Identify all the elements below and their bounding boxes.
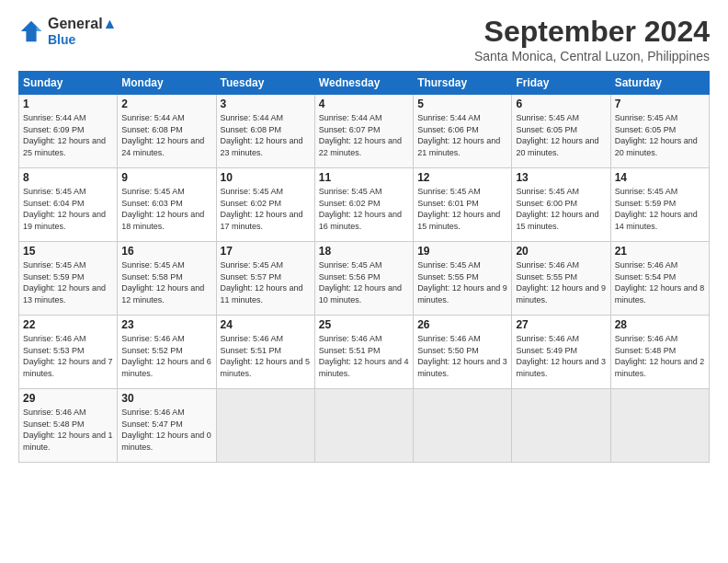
calendar-week-row: 29Sunrise: 5:46 AMSunset: 5:48 PMDayligh…: [19, 389, 710, 463]
calendar-cell: 8Sunrise: 5:45 AMSunset: 6:04 PMDaylight…: [19, 168, 118, 242]
svg-marker-1: [37, 26, 42, 31]
calendar-cell: [610, 389, 709, 463]
day-number: 10: [221, 171, 311, 184]
day-number: 11: [319, 171, 409, 184]
calendar-cell: 26Sunrise: 5:46 AMSunset: 5:50 PMDayligh…: [414, 316, 512, 389]
day-number: 22: [23, 318, 113, 331]
page: General▲ Blue September 2024 Santa Monic…: [0, 0, 728, 563]
calendar-cell: 12Sunrise: 5:45 AMSunset: 6:01 PMDayligh…: [414, 168, 512, 242]
calendar-cell: 14Sunrise: 5:45 AMSunset: 5:59 PMDayligh…: [610, 168, 709, 242]
day-info: Sunrise: 5:45 AMSunset: 5:56 PMDaylight:…: [319, 260, 402, 304]
day-info: Sunrise: 5:45 AMSunset: 5:57 PMDaylight:…: [221, 260, 303, 304]
day-info: Sunrise: 5:46 AMSunset: 5:51 PMDaylight:…: [221, 334, 311, 378]
day-number: 27: [516, 318, 606, 331]
calendar-cell: 25Sunrise: 5:46 AMSunset: 5:51 PMDayligh…: [314, 316, 413, 389]
day-number: 8: [23, 171, 113, 184]
day-info: Sunrise: 5:46 AMSunset: 5:50 PMDaylight:…: [417, 334, 507, 378]
day-info: Sunrise: 5:46 AMSunset: 5:48 PMDaylight:…: [23, 408, 113, 452]
day-number: 6: [516, 98, 606, 110]
day-info: Sunrise: 5:45 AMSunset: 6:03 PMDaylight:…: [121, 187, 204, 231]
calendar-cell: [216, 389, 314, 463]
calendar-cell: 7Sunrise: 5:45 AMSunset: 6:05 PMDaylight…: [610, 95, 709, 168]
calendar-week-row: 22Sunrise: 5:46 AMSunset: 5:53 PMDayligh…: [19, 316, 710, 389]
day-info: Sunrise: 5:45 AMSunset: 6:02 PMDaylight:…: [319, 187, 402, 231]
calendar-cell: 30Sunrise: 5:46 AMSunset: 5:47 PMDayligh…: [118, 389, 216, 463]
day-number: 12: [417, 171, 507, 184]
logo-text: General▲ Blue: [48, 15, 117, 48]
day-info: Sunrise: 5:45 AMSunset: 5:58 PMDaylight:…: [121, 260, 204, 304]
subtitle: Santa Monica, Central Luzon, Philippines: [474, 49, 710, 63]
calendar-cell: 1Sunrise: 5:44 AMSunset: 6:09 PMDaylight…: [19, 95, 118, 168]
day-number: 19: [417, 245, 507, 258]
day-number: 9: [121, 171, 211, 184]
day-number: 21: [615, 245, 705, 258]
day-info: Sunrise: 5:45 AMSunset: 6:00 PMDaylight:…: [516, 187, 598, 231]
calendar-cell: 28Sunrise: 5:46 AMSunset: 5:48 PMDayligh…: [610, 316, 709, 389]
calendar-cell: 6Sunrise: 5:45 AMSunset: 6:05 PMDaylight…: [512, 95, 610, 168]
weekday-header-row: SundayMondayTuesdayWednesdayThursdayFrid…: [19, 72, 710, 95]
weekday-header: Friday: [512, 72, 610, 95]
calendar-cell: 16Sunrise: 5:45 AMSunset: 5:58 PMDayligh…: [118, 242, 216, 316]
day-number: 23: [121, 318, 211, 331]
calendar-cell: 3Sunrise: 5:44 AMSunset: 6:08 PMDaylight…: [216, 95, 314, 168]
day-number: 17: [221, 245, 311, 258]
calendar-cell: 17Sunrise: 5:45 AMSunset: 5:57 PMDayligh…: [216, 242, 314, 316]
weekday-header: Monday: [118, 72, 216, 95]
day-number: 24: [221, 318, 311, 331]
day-info: Sunrise: 5:45 AMSunset: 6:05 PMDaylight:…: [516, 113, 598, 157]
day-number: 15: [23, 245, 113, 258]
calendar-cell: [512, 389, 610, 463]
day-info: Sunrise: 5:46 AMSunset: 5:49 PMDaylight:…: [516, 334, 606, 378]
weekday-header: Thursday: [414, 72, 512, 95]
calendar-table: SundayMondayTuesdayWednesdayThursdayFrid…: [18, 71, 710, 463]
calendar-cell: 23Sunrise: 5:46 AMSunset: 5:52 PMDayligh…: [118, 316, 216, 389]
day-number: 28: [615, 318, 705, 331]
month-title: September 2024: [474, 15, 710, 49]
calendar-cell: 19Sunrise: 5:45 AMSunset: 5:55 PMDayligh…: [414, 242, 512, 316]
header: General▲ Blue September 2024 Santa Monic…: [18, 15, 710, 63]
day-number: 18: [319, 245, 409, 258]
calendar-week-row: 15Sunrise: 5:45 AMSunset: 5:59 PMDayligh…: [19, 242, 710, 316]
logo-icon: [18, 18, 44, 44]
day-info: Sunrise: 5:46 AMSunset: 5:55 PMDaylight:…: [516, 260, 606, 304]
day-info: Sunrise: 5:46 AMSunset: 5:51 PMDaylight:…: [319, 334, 409, 378]
day-info: Sunrise: 5:44 AMSunset: 6:07 PMDaylight:…: [319, 113, 402, 157]
day-number: 7: [615, 98, 705, 110]
calendar-cell: 9Sunrise: 5:45 AMSunset: 6:03 PMDaylight…: [118, 168, 216, 242]
calendar-cell: 18Sunrise: 5:45 AMSunset: 5:56 PMDayligh…: [314, 242, 413, 316]
day-info: Sunrise: 5:44 AMSunset: 6:08 PMDaylight:…: [221, 113, 303, 157]
calendar-cell: [314, 389, 413, 463]
calendar-cell: 11Sunrise: 5:45 AMSunset: 6:02 PMDayligh…: [314, 168, 413, 242]
calendar-cell: 15Sunrise: 5:45 AMSunset: 5:59 PMDayligh…: [19, 242, 118, 316]
day-info: Sunrise: 5:45 AMSunset: 5:55 PMDaylight:…: [417, 260, 507, 304]
day-info: Sunrise: 5:46 AMSunset: 5:48 PMDaylight:…: [615, 334, 705, 378]
day-number: 30: [121, 392, 211, 405]
calendar-cell: [414, 389, 512, 463]
logo: General▲ Blue: [18, 15, 117, 48]
calendar-cell: 27Sunrise: 5:46 AMSunset: 5:49 PMDayligh…: [512, 316, 610, 389]
calendar-cell: 10Sunrise: 5:45 AMSunset: 6:02 PMDayligh…: [216, 168, 314, 242]
calendar-cell: 2Sunrise: 5:44 AMSunset: 6:08 PMDaylight…: [118, 95, 216, 168]
day-info: Sunrise: 5:46 AMSunset: 5:54 PMDaylight:…: [615, 260, 705, 304]
day-number: 1: [23, 98, 113, 110]
day-number: 29: [23, 392, 113, 405]
day-number: 13: [516, 171, 606, 184]
day-info: Sunrise: 5:45 AMSunset: 6:01 PMDaylight:…: [417, 187, 500, 231]
day-number: 16: [121, 245, 211, 258]
calendar-week-row: 1Sunrise: 5:44 AMSunset: 6:09 PMDaylight…: [19, 95, 710, 168]
day-number: 3: [221, 98, 311, 110]
day-number: 4: [319, 98, 409, 110]
day-number: 25: [319, 318, 409, 331]
weekday-header: Tuesday: [216, 72, 314, 95]
day-info: Sunrise: 5:44 AMSunset: 6:08 PMDaylight:…: [121, 113, 204, 157]
day-info: Sunrise: 5:44 AMSunset: 6:06 PMDaylight:…: [417, 113, 500, 157]
title-area: September 2024 Santa Monica, Central Luz…: [474, 15, 710, 63]
weekday-header: Saturday: [610, 72, 709, 95]
calendar-cell: 13Sunrise: 5:45 AMSunset: 6:00 PMDayligh…: [512, 168, 610, 242]
day-number: 5: [417, 98, 507, 110]
day-info: Sunrise: 5:45 AMSunset: 6:02 PMDaylight:…: [221, 187, 303, 231]
weekday-header: Wednesday: [314, 72, 413, 95]
calendar-cell: 29Sunrise: 5:46 AMSunset: 5:48 PMDayligh…: [19, 389, 118, 463]
calendar-cell: 20Sunrise: 5:46 AMSunset: 5:55 PMDayligh…: [512, 242, 610, 316]
day-number: 2: [121, 98, 211, 110]
